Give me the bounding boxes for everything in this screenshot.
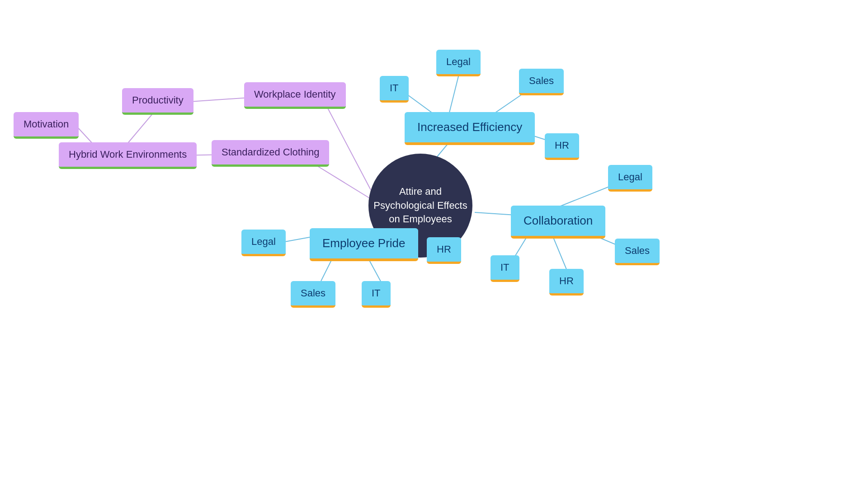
ep-it-node[interactable]: IT (362, 281, 391, 308)
productivity-node[interactable]: Productivity (122, 88, 193, 115)
motivation-node[interactable]: Motivation (14, 112, 79, 139)
workplace-identity-node[interactable]: Workplace Identity (244, 82, 346, 109)
collaboration-node[interactable]: Collaboration (511, 206, 605, 239)
svg-line-1 (326, 104, 371, 190)
ie-it-node[interactable]: IT (380, 76, 409, 103)
standardized-clothing-node[interactable]: Standardized Clothing (212, 140, 329, 167)
employee-pride-node[interactable]: Employee Pride (310, 228, 418, 261)
col-sales-node[interactable]: Sales (615, 239, 660, 265)
col-it-node[interactable]: IT (491, 255, 519, 282)
col-hr-node[interactable]: HR (549, 269, 584, 296)
ie-hr-node[interactable]: HR (545, 133, 579, 160)
ie-sales-node[interactable]: Sales (519, 69, 564, 95)
ep-legal-node[interactable]: Legal (241, 230, 286, 256)
ie-legal-node[interactable]: Legal (436, 50, 481, 76)
ep-hr-node[interactable]: HR (427, 237, 461, 264)
hybrid-work-node[interactable]: Hybrid Work Environments (59, 142, 197, 169)
col-legal-node[interactable]: Legal (608, 165, 652, 192)
increased-efficiency-node[interactable]: Increased Efficiency (405, 112, 535, 145)
svg-line-0 (312, 163, 371, 199)
ep-sales-node[interactable]: Sales (291, 281, 335, 308)
